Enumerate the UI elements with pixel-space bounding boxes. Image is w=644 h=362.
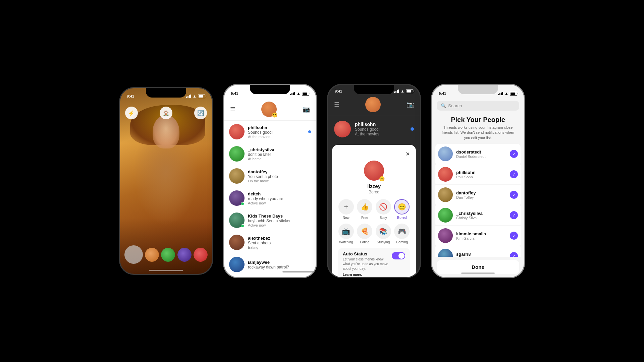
- phone3-chat-preview[interactable]: phillsohn Sounds good! At the movies: [328, 116, 420, 142]
- chat-item-6[interactable]: alexthebez Sent a photo Eating: [224, 231, 316, 253]
- phone3-content: 9:41 ▲: [328, 85, 420, 277]
- person-name-4: _christysilva: [456, 211, 506, 216]
- chat-msg-5: boyhachi: Sent a sticker: [248, 219, 311, 223]
- profile-avatar-3[interactable]: [365, 97, 381, 112]
- phone3-header: ☰ 📷: [328, 94, 420, 116]
- check-4[interactable]: ✓: [510, 211, 518, 219]
- status-busy-icon[interactable]: 🚫: [376, 199, 391, 215]
- check-5[interactable]: ✓: [510, 232, 518, 240]
- check-6[interactable]: ✓: [510, 252, 518, 257]
- wifi-icon-3: ▲: [400, 89, 405, 94]
- person-item-6[interactable]: sgarri8 Scott Garrison ✓: [435, 246, 521, 257]
- status-watching[interactable]: 📺 Watching: [338, 224, 354, 244]
- camera-icon-2[interactable]: 📷: [303, 106, 310, 113]
- chat-info-6: alexthebez Sent a photo Eating: [248, 236, 311, 249]
- rotate-button[interactable]: 🔄: [194, 107, 207, 119]
- status-grid-2: 📺 Watching 🍕 Eating 📚 Studying 🎮: [338, 224, 410, 244]
- check-2[interactable]: ✓: [510, 170, 518, 178]
- status-new-icon[interactable]: +: [338, 199, 354, 215]
- people-list: dsoderstedt Daniel Soderstedt ✓ phillsoh…: [432, 144, 524, 257]
- profile-avatar-2[interactable]: [261, 102, 277, 117]
- status-free[interactable]: 👍 Free: [357, 199, 373, 220]
- chat-item-7[interactable]: iamjaywee rockaway dawn patrol?: [224, 253, 316, 272]
- bar3: [189, 95, 190, 98]
- status-eating-icon[interactable]: 🍕: [357, 224, 372, 239]
- status-studying[interactable]: 📚 Studying: [375, 224, 391, 244]
- person-avatar-4: [438, 208, 453, 223]
- battery-fill-1: [199, 95, 203, 98]
- time-1: 9:41: [127, 94, 134, 98]
- phone2-header: ☰ 📷: [224, 98, 316, 121]
- status-right-1: ▲: [186, 94, 205, 99]
- flash-button[interactable]: ⚡: [125, 107, 138, 119]
- active-dot-4: [241, 202, 244, 205]
- preview-dot-3: [411, 127, 414, 131]
- modal-close-button[interactable]: ✕: [338, 151, 410, 157]
- pick-desc: Threads works using your Instagram close…: [432, 125, 524, 140]
- phones-container: 9:41 ▲ ⚡ 🏠 🔄: [119, 84, 525, 278]
- bar3-2: [293, 93, 294, 95]
- search-bar[interactable]: 🔍 Search: [437, 101, 519, 111]
- status-free-icon[interactable]: 👍: [357, 199, 372, 215]
- person-item-3[interactable]: dantoffey Dan Toffey ✓: [435, 185, 521, 205]
- chat-item-4[interactable]: deitch ready when you are Active now: [224, 187, 316, 209]
- status-watching-icon[interactable]: 📺: [338, 224, 354, 239]
- check-1[interactable]: ✓: [510, 150, 518, 158]
- modal-user-avatar: [364, 161, 384, 181]
- status-bored[interactable]: 😑 Bored: [394, 199, 410, 220]
- menu-icon-2[interactable]: ☰: [230, 106, 235, 113]
- auto-status-toggle[interactable]: [392, 252, 405, 259]
- chat-item-2[interactable]: _christysilva don't be late! At home: [224, 143, 316, 165]
- phone-3: 9:41 ▲: [327, 84, 421, 278]
- chat-name-1: phillsohn: [248, 125, 305, 130]
- notch-2: [250, 85, 290, 94]
- chat-avatar-6: [229, 235, 245, 250]
- person-avatar-6: [438, 249, 453, 257]
- status-eating[interactable]: 🍕 Eating: [357, 224, 373, 244]
- phone-2-screen: 9:41 ▲: [224, 85, 316, 277]
- person-avatar-2: [438, 167, 453, 182]
- phone2-content: 9:41 ▲: [224, 85, 316, 277]
- battery-4: [510, 92, 517, 96]
- time-2: 9:41: [231, 92, 238, 96]
- toggle-knob: [398, 253, 405, 259]
- done-button[interactable]: Done: [437, 260, 519, 274]
- status-new[interactable]: + New: [338, 199, 354, 220]
- phone-3-screen: 9:41 ▲: [328, 85, 420, 277]
- preview-sub-3: At the movies: [355, 132, 407, 136]
- status-gaming-label: Gaming: [396, 240, 408, 244]
- status-gaming[interactable]: 🎮 Gaming: [394, 224, 410, 244]
- capture-button[interactable]: [124, 245, 143, 264]
- status-busy[interactable]: 🚫 Busy: [375, 199, 391, 220]
- bar4: [190, 95, 191, 98]
- person-item-4[interactable]: _christysilva Christy Silva ✓: [435, 205, 521, 225]
- person-item-5[interactable]: kimmie.smalls Kim Garcia ✓: [435, 226, 521, 246]
- person-item-1[interactable]: dsoderstedt Daniel Soderstedt ✓: [435, 144, 521, 164]
- chat-sub-5: Active now: [248, 223, 311, 227]
- modal-status-text: Bored: [338, 190, 410, 194]
- status-eating-label: Eating: [360, 240, 369, 244]
- status-gaming-icon[interactable]: 🎮: [394, 224, 410, 239]
- active-dot-5: [241, 224, 244, 228]
- home-button[interactable]: 🏠: [160, 107, 172, 119]
- chat-item-3[interactable]: dantoffey You sent a photo On the move: [224, 165, 316, 187]
- status-grid-1: + New 👍 Free 🚫 Busy 😑: [338, 199, 410, 220]
- chat-avatar-7: [229, 257, 245, 272]
- chat-msg-2: don't be late!: [248, 152, 311, 157]
- menu-icon-3[interactable]: ☰: [334, 101, 339, 108]
- notch-3: [354, 85, 394, 94]
- chat-item-5[interactable]: Kids These Days boyhachi: Sent a sticker…: [224, 209, 316, 231]
- battery-3: [406, 89, 413, 93]
- person-info-1: dsoderstedt Daniel Soderstedt: [456, 149, 506, 159]
- bar2: [187, 96, 189, 98]
- chat-item-1[interactable]: phillsohn Sounds good! At the movies: [224, 121, 316, 143]
- person-item-2[interactable]: phillsohn Phill Sohn ✓: [435, 164, 521, 184]
- phone-1: 9:41 ▲ ⚡ 🏠 🔄: [119, 87, 213, 275]
- status-right-4: ▲: [498, 91, 517, 96]
- status-studying-icon[interactable]: 📚: [376, 224, 391, 239]
- status-bored-icon[interactable]: 😑: [394, 199, 410, 215]
- check-3[interactable]: ✓: [510, 191, 518, 199]
- auto-status-link[interactable]: Learn more.: [343, 273, 362, 277]
- camera-icon-3[interactable]: 📷: [407, 101, 414, 108]
- signal-2: [290, 92, 295, 95]
